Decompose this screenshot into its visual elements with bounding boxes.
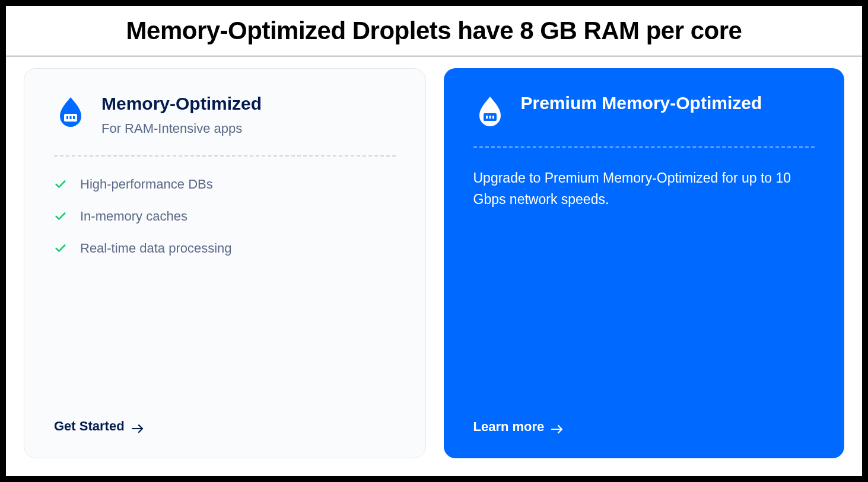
list-item: High-performance DBs — [54, 177, 396, 192]
divider — [473, 146, 815, 148]
feature-text: In-memory caches — [80, 209, 187, 224]
svg-rect-2 — [70, 116, 72, 119]
card-header-text: Memory-Optimized For RAM-Intensive apps — [101, 92, 262, 136]
card-memory-optimized: Memory-Optimized For RAM-Intensive apps … — [24, 68, 426, 458]
divider — [54, 155, 396, 157]
card-header: Premium Memory-Optimized — [473, 92, 815, 127]
banner-text: Memory-Optimized Droplets have 8 GB RAM … — [18, 17, 850, 45]
feature-text: Real-time data processing — [80, 241, 232, 256]
check-icon — [54, 242, 67, 255]
banner: Memory-Optimized Droplets have 8 GB RAM … — [6, 6, 862, 56]
arrow-right-icon — [551, 422, 563, 432]
droplet-icon — [54, 95, 87, 128]
svg-rect-3 — [73, 116, 75, 119]
card-title: Premium Memory-Optimized — [521, 92, 762, 114]
card-subtitle: For RAM-Intensive apps — [101, 121, 262, 136]
cta-label: Get Started — [54, 419, 125, 434]
svg-rect-6 — [489, 116, 491, 119]
svg-rect-5 — [486, 116, 488, 119]
check-icon — [54, 210, 67, 223]
feature-text: High-performance DBs — [80, 177, 213, 192]
arrow-right-icon — [132, 422, 144, 431]
page-frame: Memory-Optimized Droplets have 8 GB RAM … — [0, 0, 868, 482]
get-started-button[interactable]: Get Started — [54, 419, 396, 434]
learn-more-button[interactable]: Learn more — [473, 419, 815, 435]
feature-list: High-performance DBs In-memory caches Re… — [54, 177, 396, 256]
check-icon — [54, 178, 67, 191]
list-item: In-memory caches — [54, 209, 396, 224]
list-item: Real-time data processing — [54, 241, 396, 256]
cards-container: Memory-Optimized For RAM-Intensive apps … — [6, 56, 862, 476]
svg-rect-1 — [66, 116, 68, 119]
card-header-text: Premium Memory-Optimized — [521, 92, 762, 114]
card-premium-memory-optimized: Premium Memory-Optimized Upgrade to Prem… — [444, 68, 845, 458]
premium-description: Upgrade to Premium Memory-Optimized for … — [473, 168, 815, 210]
cta-label: Learn more — [473, 419, 545, 435]
svg-rect-7 — [492, 116, 494, 119]
droplet-icon — [473, 94, 507, 127]
card-title: Memory-Optimized — [101, 92, 262, 115]
inner-container: Memory-Optimized Droplets have 8 GB RAM … — [6, 6, 862, 476]
card-header: Memory-Optimized For RAM-Intensive apps — [54, 92, 396, 136]
